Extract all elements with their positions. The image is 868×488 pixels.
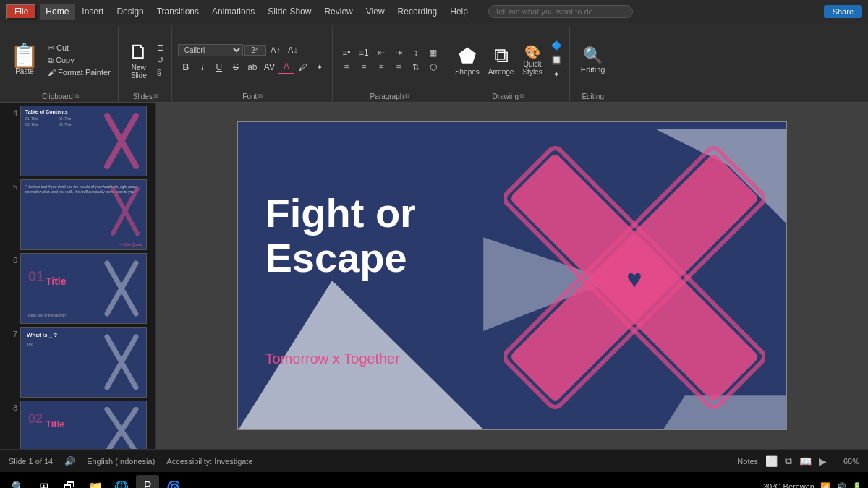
slide-thumb-6[interactable]: 01 Title Desc text of the section bbox=[20, 253, 147, 324]
menu-home[interactable]: Home bbox=[40, 4, 75, 20]
editing-icon: 🔍 bbox=[583, 46, 603, 65]
slide-thumb-5[interactable]: "I believe that if you don't see the res… bbox=[20, 179, 147, 250]
zoom-level: 66% bbox=[843, 457, 859, 466]
slides-expand-icon[interactable]: ⧉ bbox=[154, 93, 158, 100]
taskbar-edge-icon[interactable]: 🌀 bbox=[162, 475, 185, 488]
align-right-button[interactable]: ≡ bbox=[373, 61, 389, 74]
section-button[interactable]: § bbox=[154, 67, 167, 77]
font-color-button[interactable]: A bbox=[278, 60, 294, 74]
menu-transitions[interactable]: Transitions bbox=[151, 4, 205, 20]
slide-title: Fight orEscape bbox=[265, 191, 416, 280]
normal-view-button[interactable]: ⬜ bbox=[765, 455, 778, 467]
text-direction-button[interactable]: ⇅ bbox=[408, 61, 424, 74]
paste-label: Paste bbox=[15, 67, 34, 75]
menu-view[interactable]: View bbox=[360, 4, 391, 20]
slide-thumb-8[interactable]: 02 Title bbox=[20, 401, 147, 449]
ribbon: 📋 Paste ✂ Cut ⧉ Copy 🖌 Format Painter Cl… bbox=[0, 23, 868, 103]
align-left-button[interactable]: ≡ bbox=[339, 61, 354, 74]
reading-view-button[interactable]: 📖 bbox=[799, 455, 812, 467]
new-slide-button[interactable]: 🗋 New Slide bbox=[124, 38, 153, 81]
slide-item-7[interactable]: 7 What is _ ? Text bbox=[3, 327, 152, 398]
numbering-button[interactable]: ≡1 bbox=[356, 46, 372, 59]
taskbar-explorer-icon[interactable]: 📁 bbox=[84, 475, 107, 488]
taskbar-sound-icon: 🔊 bbox=[836, 482, 846, 489]
paragraph-label: Paragraph ⧉ bbox=[339, 92, 441, 102]
clear-format-button[interactable]: ✦ bbox=[312, 61, 328, 74]
paste-button[interactable]: 📋 Paste bbox=[7, 43, 42, 77]
slide-thumb-7[interactable]: What is _ ? Text bbox=[20, 327, 147, 398]
menu-design[interactable]: Design bbox=[111, 4, 149, 20]
strikethrough-button[interactable]: S bbox=[228, 61, 244, 74]
increase-font-button[interactable]: A↑ bbox=[268, 44, 284, 57]
font-family-select[interactable]: Calibri bbox=[178, 44, 243, 56]
slide-num-7: 7 bbox=[3, 327, 17, 338]
slide-item-4[interactable]: 4 Table of Contents 01. Title 02. Title … bbox=[3, 106, 152, 176]
menu-animations[interactable]: Animations bbox=[206, 4, 260, 20]
menu-insert[interactable]: Insert bbox=[76, 4, 109, 20]
new-slide-icon: 🗋 bbox=[129, 40, 149, 64]
italic-button[interactable]: I bbox=[195, 61, 210, 74]
bullets-button[interactable]: ≡• bbox=[339, 46, 354, 59]
menu-recording[interactable]: Recording bbox=[392, 4, 443, 20]
taskbar-widgets-icon[interactable]: 🗗 bbox=[58, 475, 81, 488]
x-shape-svg: ♥ bbox=[504, 129, 765, 426]
accessibility-label[interactable]: Accessibility: Investigate bbox=[166, 457, 252, 466]
slide-item-8[interactable]: 8 02 Title bbox=[3, 401, 152, 449]
paste-icon: 📋 bbox=[10, 44, 39, 67]
slides-label: Slides ⧉ bbox=[124, 92, 167, 102]
taskbar-start-icon[interactable]: ⊞ bbox=[32, 475, 55, 488]
smart-art-button[interactable]: ⬡ bbox=[425, 61, 441, 74]
menu-slideshow[interactable]: Slide Show bbox=[262, 4, 317, 20]
underline-button[interactable]: U bbox=[211, 61, 227, 74]
shape-effects-button[interactable]: ✦ bbox=[548, 68, 565, 81]
slide-sorter-button[interactable]: ⧉ bbox=[785, 455, 792, 467]
justify-button[interactable]: ≡ bbox=[391, 61, 407, 74]
increase-indent-button[interactable]: ⇥ bbox=[391, 46, 407, 59]
notes-button[interactable]: Notes bbox=[737, 457, 758, 466]
decrease-indent-button[interactable]: ⇤ bbox=[373, 46, 389, 59]
clipboard-expand-icon[interactable]: ⧉ bbox=[75, 93, 79, 100]
editing-label: Editing bbox=[576, 92, 610, 102]
line-spacing-button[interactable]: ↕ bbox=[408, 46, 424, 59]
file-menu-button[interactable]: File bbox=[6, 4, 37, 20]
share-button[interactable]: Share bbox=[824, 5, 862, 18]
menu-help[interactable]: Help bbox=[444, 4, 474, 20]
taskbar-powerpoint-icon[interactable]: P bbox=[136, 475, 159, 488]
copy-button[interactable]: ⧉ Copy bbox=[45, 55, 114, 66]
shadow-button[interactable]: ab bbox=[244, 61, 260, 74]
slide-num-5: 5 bbox=[3, 179, 17, 191]
bold-button[interactable]: B bbox=[178, 61, 194, 74]
slide-canvas[interactable]: ♥ Fight orEscape Tomorrow x Together bbox=[237, 121, 787, 430]
shape-outline-button[interactable]: 🔲 bbox=[548, 53, 565, 67]
title-bar: File Home Insert Design Transitions Anim… bbox=[0, 0, 868, 23]
align-center-button[interactable]: ≡ bbox=[356, 61, 372, 74]
taskbar: 🔍 ⊞ 🗗 📁 🌐 P 🌀 30°C Berawan 📶 🔊 🔋 bbox=[0, 472, 868, 488]
layout-button[interactable]: ☰ bbox=[154, 43, 167, 53]
slideshow-button[interactable]: ▶ bbox=[819, 455, 827, 467]
slide-subtitle: Tomorrow x Together bbox=[265, 351, 400, 367]
search-input[interactable] bbox=[488, 5, 633, 18]
taskbar-search-icon[interactable]: 🔍 bbox=[6, 475, 29, 488]
taskbar-chrome-icon[interactable]: 🌐 bbox=[110, 475, 133, 488]
font-size-input[interactable] bbox=[244, 45, 266, 56]
slide-thumb-4[interactable]: Table of Contents 01. Title 02. Title 03… bbox=[20, 106, 147, 176]
shape-fill-button[interactable]: 🔷 bbox=[548, 39, 565, 52]
format-painter-button[interactable]: 🖌 Format Painter bbox=[45, 67, 114, 77]
shapes-button[interactable]: ⬟ Shapes bbox=[452, 43, 482, 77]
columns-button[interactable]: ▦ bbox=[425, 46, 441, 59]
font-expand-icon[interactable]: ⧉ bbox=[258, 93, 263, 100]
char-spacing-button[interactable]: AV bbox=[261, 61, 278, 74]
slide-item-6[interactable]: 6 01 Title Desc text of the section bbox=[3, 253, 152, 324]
arrange-button[interactable]: ⧉ Arrange bbox=[485, 43, 517, 77]
reset-button[interactable]: ↺ bbox=[154, 55, 167, 66]
paragraph-expand-icon[interactable]: ⧉ bbox=[405, 93, 409, 100]
editing-button[interactable]: 🔍 Editing bbox=[576, 43, 610, 77]
slides-group: 🗋 New Slide ☰ ↺ § Slides ⧉ bbox=[120, 26, 172, 102]
quick-styles-button[interactable]: 🎨 Quick Styles bbox=[519, 43, 545, 77]
highlight-button[interactable]: 🖊 bbox=[295, 61, 311, 74]
decrease-font-button[interactable]: A↓ bbox=[285, 44, 301, 57]
slide-item-5[interactable]: 5 "I believe that if you don't see the r… bbox=[3, 179, 152, 250]
drawing-expand-icon[interactable]: ⧉ bbox=[520, 93, 524, 100]
menu-review[interactable]: Review bbox=[318, 4, 358, 20]
cut-button[interactable]: ✂ Cut bbox=[45, 43, 114, 53]
